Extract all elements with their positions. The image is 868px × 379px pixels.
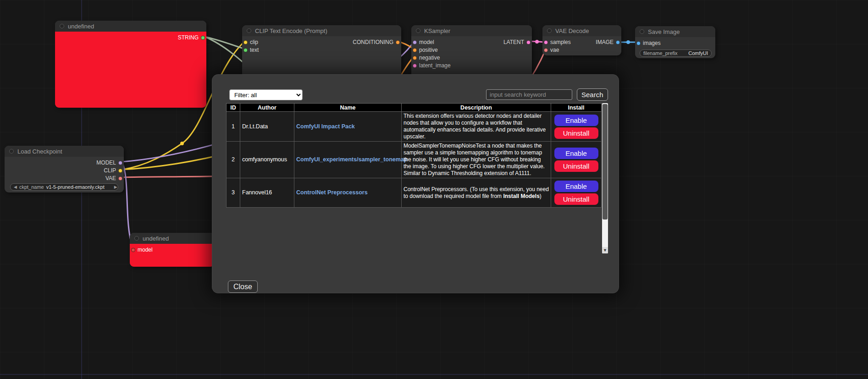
node-title-bar[interactable]: undefined xyxy=(130,233,215,244)
node-title-bar[interactable]: undefined xyxy=(55,21,206,32)
collapse-dot-icon[interactable] xyxy=(416,28,420,33)
node-title-bar[interactable]: Save Image xyxy=(635,26,715,37)
uninstall-button[interactable]: Uninstall xyxy=(554,193,598,205)
wire-midpoint-dot xyxy=(180,142,184,145)
search-input[interactable] xyxy=(486,89,572,100)
node-title: CLIP Text Encode (Prompt) xyxy=(255,27,327,34)
output-slot-string[interactable]: STRING xyxy=(55,34,206,42)
cell-author: Dr.Lt.Data xyxy=(240,112,294,142)
input-dot-positive[interactable] xyxy=(413,48,417,52)
input-slot-positive[interactable]: positive xyxy=(411,46,478,54)
uninstall-button[interactable]: Uninstall xyxy=(554,127,598,139)
cell-description: This extension offers various detector n… xyxy=(402,112,551,142)
collapse-dot-icon[interactable] xyxy=(134,236,139,241)
node-undefined-string[interactable]: undefined STRING xyxy=(55,21,206,108)
input-dot-latent-image[interactable] xyxy=(413,64,417,68)
node-title: undefined xyxy=(68,23,94,30)
col-header-author: Author xyxy=(240,104,294,112)
wire-midpoint-dot xyxy=(626,40,630,44)
cell-name: ControlNet Preprocessors xyxy=(294,178,402,208)
input-slot-text[interactable]: text xyxy=(242,46,330,54)
node-title-bar[interactable]: Load Checkpoint xyxy=(5,146,124,157)
cell-install: Enable Uninstall xyxy=(551,178,602,208)
table-row: 1 Dr.Lt.Data ComfyUI Impact Pack This ex… xyxy=(227,112,602,142)
input-dot-images[interactable] xyxy=(636,41,641,45)
col-header-id: ID xyxy=(227,104,240,112)
prev-arrow-icon[interactable]: ◀ xyxy=(14,183,17,191)
output-dot-conditioning[interactable] xyxy=(396,40,400,44)
cell-id: 1 xyxy=(227,112,240,142)
cell-author: Fannovel16 xyxy=(240,178,294,208)
node-vae-decode[interactable]: VAE Decode samples vae IMAGE xyxy=(542,25,621,55)
scrollbar-thumb[interactable] xyxy=(603,104,608,220)
cell-install: Enable Uninstall xyxy=(551,142,602,178)
output-slot-conditioning[interactable]: CONDITIONING xyxy=(242,38,401,46)
extension-link[interactable]: ComfyUI Impact Pack xyxy=(296,123,355,130)
next-arrow-icon[interactable]: ▶ xyxy=(114,183,117,191)
output-slot-model[interactable]: MODEL xyxy=(5,159,124,167)
table-row: 2 comfyanonymous ComfyUI_experiments/sam… xyxy=(227,142,602,178)
input-slot-negative[interactable]: negative xyxy=(411,54,478,62)
input-slot-vae[interactable]: vae xyxy=(542,46,586,54)
table-row: 3 Fannovel16 ControlNet Preprocessors Co… xyxy=(227,178,602,208)
node-title: VAE Decode xyxy=(555,27,589,34)
search-button[interactable]: Search xyxy=(577,88,608,101)
node-load-checkpoint[interactable]: Load Checkpoint MODEL CLIP VAE ◀ ckpt_na… xyxy=(5,146,124,192)
node-title: Save Image xyxy=(648,28,680,35)
cell-description: ModelSamplerTonemapNoiseTest a node that… xyxy=(402,142,551,178)
node-undefined-model[interactable]: undefined model xyxy=(130,233,215,267)
uninstall-button[interactable]: Uninstall xyxy=(554,160,598,172)
cell-description: ControlNet Preprocessors. (To use this e… xyxy=(402,178,551,208)
extensions-table: ID Author Name Description Install 1 Dr.… xyxy=(226,103,602,208)
cell-id: 3 xyxy=(227,178,240,208)
collapse-dot-icon[interactable] xyxy=(640,29,644,34)
node-title-bar[interactable]: KSampler xyxy=(411,25,532,36)
input-dot-vae[interactable] xyxy=(544,48,548,52)
cell-author: comfyanonymous xyxy=(240,142,294,178)
table-scrollbar[interactable]: ▼ xyxy=(602,103,608,253)
node-save-image[interactable]: Save Image images filename_prefix ComfyU… xyxy=(635,26,715,58)
input-slot-images[interactable]: images xyxy=(635,39,715,47)
output-slot-clip[interactable]: CLIP xyxy=(5,167,124,175)
input-dot-model[interactable] xyxy=(131,248,135,252)
collapse-dot-icon[interactable] xyxy=(247,28,251,33)
table-header-row: ID Author Name Description Install xyxy=(227,104,602,112)
col-header-description: Description xyxy=(402,104,551,112)
output-slot-latent[interactable]: LATENT xyxy=(411,38,532,46)
cell-name: ComfyUI Impact Pack xyxy=(294,112,402,142)
input-dot-text[interactable] xyxy=(243,48,248,52)
extension-link[interactable]: ControlNet Preprocessors xyxy=(296,189,368,196)
filter-select[interactable]: Filter: all xyxy=(229,89,303,100)
output-dot-string[interactable] xyxy=(201,36,205,40)
node-title-bar[interactable]: CLIP Text Encode (Prompt) xyxy=(242,25,401,36)
output-slot-image[interactable]: IMAGE xyxy=(542,38,621,46)
output-dot-image[interactable] xyxy=(616,40,620,44)
enable-button[interactable]: Enable xyxy=(554,148,598,159)
output-dot-vae[interactable] xyxy=(118,176,122,181)
node-title-bar[interactable]: VAE Decode xyxy=(542,25,621,36)
input-slot-model[interactable]: model xyxy=(130,246,215,254)
close-button[interactable]: Close xyxy=(228,280,258,293)
col-header-install: Install xyxy=(551,104,602,112)
output-dot-clip[interactable] xyxy=(118,169,122,173)
input-slot-latent-image[interactable]: latent_image xyxy=(411,62,478,70)
collapse-dot-icon[interactable] xyxy=(547,28,552,33)
enable-button[interactable]: Enable xyxy=(554,181,598,192)
node-title: undefined xyxy=(143,235,169,242)
enable-button[interactable]: Enable xyxy=(554,115,598,126)
cell-install: Enable Uninstall xyxy=(551,112,602,142)
input-dot-negative[interactable] xyxy=(413,56,417,60)
node-title: Load Checkpoint xyxy=(17,148,62,155)
scrollbar-down-arrow-icon[interactable]: ▼ xyxy=(602,247,608,253)
collapse-dot-icon[interactable] xyxy=(60,24,64,28)
output-dot-model[interactable] xyxy=(118,161,122,165)
node-title: KSampler xyxy=(424,27,450,34)
ckpt-name-widget[interactable]: ◀ ckpt_name v1-5-pruned-emaonly.ckpt ▶ xyxy=(10,183,118,191)
collapse-dot-icon[interactable] xyxy=(9,149,14,154)
cell-name: ComfyUI_experiments/sampler_tonemap xyxy=(294,142,402,178)
manager-dialog: Filter: all Search ID Author Name Descri… xyxy=(212,74,619,293)
filename-prefix-widget[interactable]: filename_prefix ComfyUI xyxy=(640,49,712,57)
output-slot-vae[interactable]: VAE xyxy=(5,175,124,182)
extension-link[interactable]: ComfyUI_experiments/sampler_tonemap xyxy=(296,156,407,163)
output-dot-latent[interactable] xyxy=(526,40,531,44)
